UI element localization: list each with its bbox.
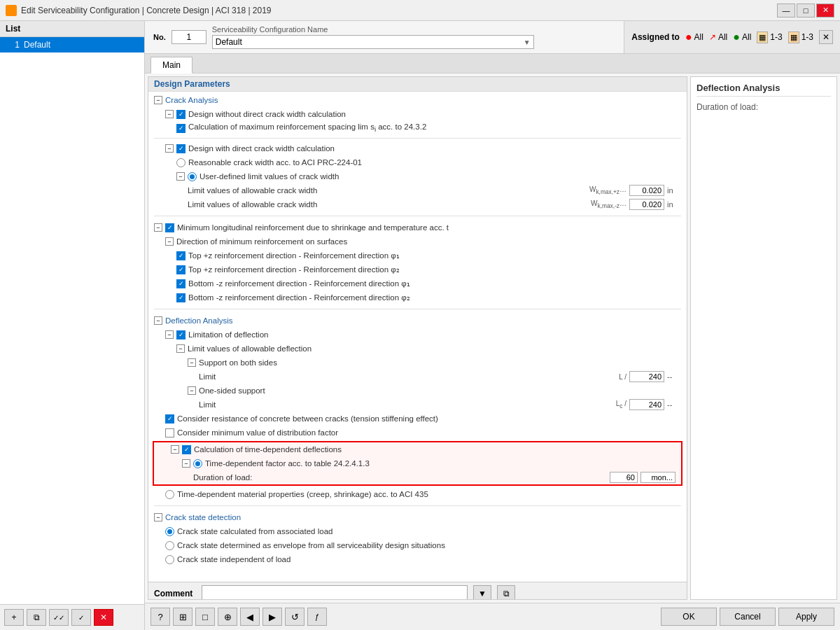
support-one-value[interactable] (629, 399, 664, 410)
limit-values-expand[interactable]: − (176, 344, 185, 353)
duration-row: Duration of load: mon... (188, 470, 681, 484)
limitation-checkbox[interactable] (176, 330, 186, 340)
minimize-button[interactable]: — (777, 4, 795, 18)
reasonable-crack-radio[interactable] (176, 158, 186, 167)
design-with-expand[interactable]: − (165, 144, 174, 153)
support-one-row: − One-sided support (182, 384, 687, 398)
ok-button[interactable]: OK (661, 608, 717, 626)
assigned-badge-1: ● All (685, 31, 704, 43)
assigned-badge-5: ▦ 1-3 (788, 31, 813, 43)
maximize-button[interactable]: □ (797, 4, 815, 18)
crack-independent-row: Crack state independent of load (160, 552, 687, 566)
sidebar-item-default[interactable]: 1 Default (0, 37, 144, 52)
min-reinforcement-expand[interactable]: − (154, 223, 162, 232)
crack-value-neg[interactable] (629, 199, 664, 210)
consider-minimum-checkbox[interactable] (165, 428, 174, 438)
top-z-phi2-label: Top +z reinforcement direction - Reinfor… (188, 265, 681, 274)
crack-envelope-radio[interactable] (165, 541, 174, 550)
no-input[interactable] (172, 30, 206, 44)
name-dropdown[interactable]: Default ▼ (212, 35, 534, 49)
next-button[interactable]: ▶ (262, 608, 282, 626)
copy-button[interactable]: ⧉ (27, 609, 46, 626)
bot-z-phi2-checkbox[interactable] (176, 293, 186, 302)
top-z-phi2-checkbox[interactable] (176, 265, 186, 274)
crack-from-load-radio[interactable] (165, 527, 174, 536)
support-one-expand[interactable]: − (188, 386, 196, 395)
undo-button[interactable]: ↺ (285, 608, 304, 626)
crack-limit-neg-values: Wk,max,-z… in (591, 199, 681, 210)
assigned-all-2: All (718, 32, 727, 42)
assigned-delete-button[interactable]: ✕ (819, 30, 833, 44)
bottom-toolbar: ? ⊞ □ ⊕ ◀ ▶ ↺ ƒ OK Cancel Apply (145, 603, 840, 630)
support-one-limit-label: Limit (199, 400, 616, 409)
delete-button[interactable]: ✕ (94, 609, 113, 626)
support-both-value[interactable] (629, 371, 664, 382)
time-factor-radio[interactable] (193, 459, 202, 468)
support-one-limit-values: Lc / -- (616, 399, 681, 410)
tab-main[interactable]: Main (150, 57, 192, 74)
support-both-expand[interactable]: − (188, 358, 196, 367)
right-deflection-panel: Deflection Analysis Duration of load: (690, 76, 837, 600)
duration-value[interactable] (610, 472, 638, 483)
crack-limit-neg-label: Limit values of allowable crack width (188, 200, 591, 209)
grid-button[interactable]: ⊞ (173, 608, 192, 626)
bot-z-phi1-row: Bottom -z reinforcement direction - Rein… (171, 276, 687, 290)
prev-button[interactable]: ◀ (240, 608, 260, 626)
check1-button[interactable]: ✓✓ (49, 609, 69, 626)
time-dependent-row: − Calculation of time-dependent deflecti… (165, 442, 681, 456)
direction-expand[interactable]: − (165, 237, 174, 246)
design-without-checkbox[interactable] (176, 110, 186, 119)
user-defined-expand[interactable]: − (176, 172, 185, 181)
design-without-expand[interactable]: − (165, 110, 174, 118)
check2-button[interactable]: ✓ (71, 609, 91, 626)
limitation-row: − Limitation of deflection (160, 328, 687, 342)
comment-copy-button[interactable]: ⧉ (497, 585, 515, 600)
material-props-radio[interactable] (165, 490, 174, 499)
user-defined-label: User-defined limit values of crack width (200, 172, 681, 181)
bot-z-phi1-checkbox[interactable] (176, 279, 186, 288)
min-reinforcement-checkbox[interactable] (165, 223, 174, 232)
support-both-formula: L / (619, 373, 626, 381)
sidebar: List 1 Default + ⧉ ✓✓ ✓ ✕ (0, 21, 145, 630)
add-toolbar-button[interactable]: ⊕ (218, 608, 237, 626)
grid-icon-2: ▦ (788, 31, 799, 43)
support-one-limit-row: Limit Lc / -- (193, 398, 687, 412)
crack-value-pos[interactable] (629, 185, 664, 196)
assigned-badge-4: ▦ 1-3 (757, 31, 782, 43)
min-reinforcement-group: − Minimum longitudinal reinforcement due… (148, 219, 687, 306)
deflection-analysis-expand[interactable]: − (154, 316, 162, 325)
time-dependent-checkbox[interactable] (182, 445, 191, 454)
add-button[interactable]: + (4, 609, 24, 626)
crack-subscript-pos: Wk,max,+z… (589, 186, 626, 195)
top-z-phi1-checkbox[interactable] (176, 251, 186, 260)
divider-3 (154, 309, 681, 309)
top-z-phi1-row: Top +z reinforcement direction - Reinfor… (171, 248, 687, 262)
comment-dropdown-button[interactable]: ▼ (473, 585, 491, 600)
consider-minimum-row: Consider minimum value of distribution f… (160, 426, 687, 440)
crack-analysis-expand[interactable]: − (154, 96, 162, 104)
crack-independent-radio[interactable] (165, 555, 174, 564)
user-defined-radio[interactable] (188, 172, 197, 181)
limitation-expand[interactable]: − (165, 330, 174, 339)
time-factor-expand[interactable]: − (182, 459, 190, 468)
comment-input[interactable] (202, 585, 468, 600)
crack-state-expand[interactable]: − (154, 513, 162, 522)
help-button[interactable]: ? (150, 608, 170, 626)
arrow-icon: ↗ (709, 32, 716, 42)
close-button[interactable]: ✕ (816, 4, 834, 18)
chevron-down-icon: ▼ (524, 38, 531, 46)
consider-resistance-checkbox[interactable] (165, 414, 174, 424)
design-with-checkbox[interactable] (176, 144, 186, 153)
apply-button[interactable]: Apply (778, 608, 834, 626)
window-button[interactable]: □ (195, 608, 215, 626)
duration-unit-button[interactable]: mon... (640, 472, 676, 483)
cancel-button[interactable]: Cancel (720, 608, 776, 626)
top-z-phi1-label: Top +z reinforcement direction - Reinfor… (188, 251, 681, 260)
design-params-header: Design Parameters (148, 77, 687, 92)
sidebar-header: List (0, 21, 144, 37)
function-button[interactable]: ƒ (307, 608, 327, 626)
max-spacing-checkbox[interactable] (176, 124, 186, 133)
crack-state-row: − Crack state detection (148, 510, 687, 524)
max-spacing-row: Calculation of maximum reinforcement spa… (171, 121, 687, 135)
time-dependent-expand[interactable]: − (171, 445, 179, 454)
